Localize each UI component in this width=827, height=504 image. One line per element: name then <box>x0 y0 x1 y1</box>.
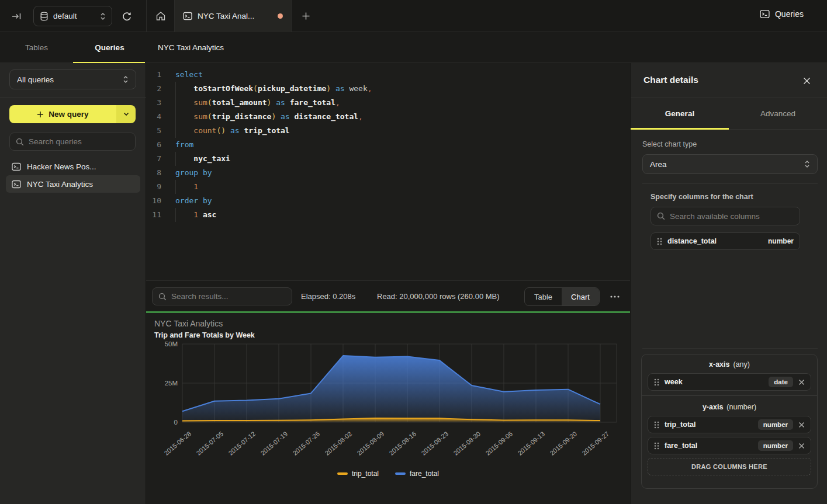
topbar-database-selector[interactable]: default <box>33 6 112 26</box>
column-name: trip_total <box>665 420 753 429</box>
available-columns-list: distance_totalnumber <box>650 232 800 253</box>
chart-legend: trip_totalfare_total <box>146 470 630 478</box>
sql-code: select toStartOfWeek(pickup_datetime) as… <box>168 68 625 222</box>
line-number: 8 <box>146 166 161 180</box>
sql-console-app: default NYC Taxi Anal... <box>0 0 827 504</box>
line-number: 2 <box>146 82 161 96</box>
svg-text:0: 0 <box>174 419 178 426</box>
home-button[interactable] <box>147 0 175 32</box>
svg-text:2015-09-13: 2015-09-13 <box>516 430 546 456</box>
chevron-updown-icon <box>123 75 129 84</box>
queries-sidebar: All queries New query <box>0 63 146 504</box>
code-line: sum(total_amount) as fare_total, <box>168 96 625 110</box>
new-tab-button[interactable] <box>292 0 320 32</box>
tab-nyc-taxi-analytics[interactable]: NYC Taxi Anal... <box>175 0 292 32</box>
remove-column-button[interactable] <box>798 379 805 385</box>
line-number: 3 <box>146 96 161 110</box>
column-chip-fare_total[interactable]: fare_totalnumber <box>648 437 811 454</box>
home-icon <box>155 11 166 21</box>
indent-guide <box>175 180 176 194</box>
remove-column-button[interactable] <box>798 443 805 449</box>
query-search <box>9 133 136 151</box>
svg-text:2015-06-28: 2015-06-28 <box>162 430 192 456</box>
chevron-updown-icon <box>100 12 106 20</box>
columns-label: Specify columns for the chart <box>650 193 753 201</box>
search-icon <box>158 293 167 301</box>
refresh-button[interactable] <box>120 9 134 23</box>
remove-column-button[interactable] <box>798 422 805 428</box>
chart-details-title: Chart details <box>643 75 698 85</box>
saved-query-item[interactable]: Hacker News Pos... <box>6 158 140 175</box>
legend-item-fare_total[interactable]: fare_total <box>395 470 439 478</box>
tab-advanced[interactable]: Advanced <box>729 98 827 129</box>
elapsed-stat: Elapsed: 0.208s <box>301 281 355 312</box>
more-options-button[interactable] <box>608 291 622 302</box>
line-numbers: 1234567891011 <box>146 68 161 222</box>
columns-search-input[interactable] <box>670 212 794 221</box>
indent-guide <box>175 124 176 138</box>
code-line: group by <box>168 166 625 180</box>
drag-columns-dropzone[interactable]: DRAG COLUMNS HERE <box>648 458 811 475</box>
divider <box>642 395 817 396</box>
drag-handle-icon[interactable] <box>654 421 659 429</box>
queries-label: Queries <box>775 9 804 19</box>
new-query-button[interactable]: New query <box>9 105 116 123</box>
queries-nav-link[interactable]: Queries <box>760 9 804 19</box>
query-search-input[interactable] <box>29 137 129 146</box>
legend-item-trip_total[interactable]: trip_total <box>337 470 379 478</box>
x-axis-header: x-axis (any) <box>642 354 817 372</box>
sidebar-tab-tables[interactable]: Tables <box>0 32 73 63</box>
svg-text:2015-09-06: 2015-09-06 <box>484 430 514 456</box>
svg-text:2015-07-12: 2015-07-12 <box>227 430 257 456</box>
chart-type-label: Select chart type <box>642 140 697 148</box>
y-axis-title: y-axis <box>703 403 723 411</box>
column-name: fare_total <box>665 442 753 450</box>
legend-label: fare_total <box>410 470 439 478</box>
saved-query-item[interactable]: NYC Taxi Analytics <box>6 175 140 193</box>
column-chip-distance_total[interactable]: distance_totalnumber <box>650 232 800 250</box>
top-bar: default NYC Taxi Anal... <box>0 0 827 32</box>
results-search-input[interactable] <box>171 292 286 301</box>
line-number: 7 <box>146 152 161 166</box>
terminal-icon <box>183 12 192 20</box>
chart-type-select[interactable]: Area <box>642 154 818 174</box>
collapse-sidebar-button[interactable] <box>11 11 23 22</box>
drag-handle-icon[interactable] <box>654 442 659 450</box>
svg-text:2015-07-19: 2015-07-19 <box>259 430 289 456</box>
results-toolbar: Elapsed: 0.208s Read: 20,000,000 rows (2… <box>146 280 630 311</box>
new-query-options-button[interactable] <box>116 105 136 123</box>
new-query-label: New query <box>49 110 88 119</box>
indent-guide <box>175 110 176 124</box>
divider <box>0 97 146 98</box>
drag-handle-icon[interactable] <box>654 378 659 386</box>
line-number: 9 <box>146 180 161 194</box>
view-toggle-table[interactable]: Table <box>525 288 562 305</box>
code-line: toStartOfWeek(pickup_datetime) as week, <box>168 82 625 96</box>
terminal-icon <box>12 180 21 189</box>
database-selector-value: default <box>53 12 95 20</box>
terminal-icon <box>12 162 21 171</box>
svg-text:2015-08-09: 2015-08-09 <box>355 430 385 456</box>
view-toggle-chart[interactable]: Chart <box>562 288 599 305</box>
tab-title: NYC Taxi Anal... <box>198 12 272 20</box>
plus-icon <box>302 12 310 20</box>
column-chip-week[interactable]: weekdate <box>648 373 811 391</box>
column-type-badge: number <box>758 419 793 430</box>
svg-text:2015-09-27: 2015-09-27 <box>580 430 610 456</box>
sql-editor[interactable]: 1234567891011 select toStartOfWeek(picku… <box>146 63 630 280</box>
sidebar-tab-queries[interactable]: Queries <box>73 32 146 63</box>
chart-details-panel: Chart details General Advanced Select ch… <box>630 63 827 504</box>
line-number: 6 <box>146 138 161 152</box>
drag-handle-icon[interactable] <box>657 238 662 245</box>
tab-general[interactable]: General <box>631 98 729 129</box>
plus-icon <box>37 111 44 118</box>
close-panel-button[interactable] <box>801 75 812 86</box>
column-type-badge: date <box>769 377 793 387</box>
chart-type-value: Area <box>650 160 804 169</box>
query-filter-select[interactable]: All queries <box>9 69 136 89</box>
column-chip-trip_total[interactable]: trip_totalnumber <box>648 416 811 433</box>
svg-text:2015-07-05: 2015-07-05 <box>195 430 224 456</box>
chart-details-header: Chart details <box>631 63 827 98</box>
code-line: sum(trip_distance) as distance_total, <box>168 110 625 124</box>
svg-text:25M: 25M <box>165 380 178 387</box>
